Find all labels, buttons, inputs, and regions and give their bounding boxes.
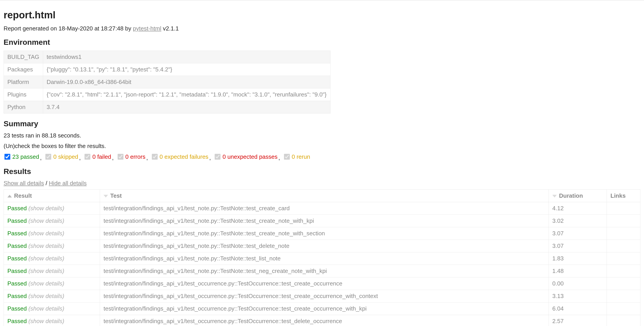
show-details-toggle[interactable]: (show details) [27,205,64,212]
col-header-links[interactable]: Links [607,190,640,202]
test-name-cell: test/integration/findings_api_v1/test_oc… [100,302,549,315]
filter-rerun: 0 rerun [283,153,310,160]
filter-rerun-checkbox [284,154,290,160]
environment-key: Platform [4,76,43,88]
pytest-html-link[interactable]: pytest-html [133,25,161,32]
environment-value: {"pluggy": "0.13.1", "py": "1.8.1", "pyt… [43,63,330,76]
environment-row: Python3.7.4 [4,101,330,113]
result-status: Passed [8,318,27,324]
environment-value: 3.7.4 [43,101,330,113]
result-cell: Passed (show details) [4,315,100,326]
filter-xpassed-label: 0 unexpected passes [222,153,278,160]
show-details-toggle[interactable]: (show details) [27,268,64,274]
results-detail-toggles: Show all details / Hide all details [4,180,640,187]
page-title: report.html [4,10,640,21]
summary-tests-ran: 23 tests ran in 88.18 seconds. [4,132,640,139]
show-details-toggle[interactable]: (show details) [27,230,64,237]
table-row: Passed (show details)test/integration/fi… [4,252,640,265]
result-status: Passed [8,280,27,287]
duration-cell: 2.57 [549,315,607,326]
summary-filters: 23 passed, 0 skipped, 0 failed, 0 errors… [4,153,640,161]
environment-row: Plugins{"cov": "2.8.1", "html": "2.1.1",… [4,88,330,101]
duration-cell: 4.12 [549,202,607,215]
show-details-toggle[interactable]: (show details) [27,242,64,249]
duration-cell: 3.07 [549,227,607,240]
show-details-toggle[interactable]: (show details) [27,293,64,299]
test-name-cell: test/integration/findings_api_v1/test_no… [100,215,549,227]
result-status: Passed [8,205,27,212]
environment-row: BUILD_TAGtestwindows1 [4,51,330,63]
environment-heading: Environment [4,38,640,47]
show-details-toggle[interactable]: (show details) [27,255,64,262]
report-at: at [93,25,101,32]
result-status: Passed [8,217,27,224]
summary-filter-hint: (Un)check the boxes to filter the result… [4,143,640,149]
filter-errors: 0 errors [117,153,146,160]
show-details-toggle[interactable]: (show details) [27,305,64,312]
result-cell: Passed (show details) [4,227,100,240]
links-cell [607,315,640,326]
result-status: Passed [8,242,27,249]
filter-failed-checkbox [84,154,90,160]
filter-failed: 0 failed [84,153,111,160]
hide-all-details-link[interactable]: Hide all details [49,180,86,187]
filter-passed-label: 23 passed [12,153,39,160]
environment-table: BUILD_TAGtestwindows1Packages{"pluggy": … [4,51,330,113]
show-all-details-link[interactable]: Show all details [4,180,44,187]
report-time: 18:27:48 [101,25,124,32]
environment-key: Packages [4,63,43,76]
result-status: Passed [8,293,27,299]
filter-skipped: 0 skipped [44,153,78,160]
filter-errors-label: 0 errors [126,153,146,160]
col-header-result[interactable]: Result [4,190,100,202]
filter-errors-checkbox [118,154,124,160]
results-separator: / [44,180,49,187]
links-cell [607,302,640,315]
result-cell: Passed (show details) [4,290,100,302]
report-by: by [124,25,133,32]
environment-value: testwindows1 [43,51,330,63]
test-name-cell: test/integration/findings_api_v1/test_no… [100,240,549,252]
test-name-cell: test/integration/findings_api_v1/test_no… [100,265,549,277]
summary-heading: Summary [4,119,640,128]
links-cell [607,290,640,302]
table-row: Passed (show details)test/integration/fi… [4,315,640,326]
results-table: Result Test Duration Links Passed (show … [4,190,640,326]
environment-value: Darwin-19.0.0-x86_64-i386-64bit [43,76,330,88]
table-row: Passed (show details)test/integration/fi… [4,215,640,227]
filter-xfailed-checkbox [152,154,158,160]
links-cell [607,277,640,290]
result-status: Passed [8,255,27,262]
result-cell: Passed (show details) [4,252,100,265]
duration-cell: 3.02 [549,215,607,227]
table-row: Passed (show details)test/integration/fi… [4,277,640,290]
filter-xpassed: 0 unexpected passes [214,153,278,160]
filter-passed[interactable]: 23 passed [4,153,39,160]
col-header-test[interactable]: Test [100,190,549,202]
filter-skipped-label: 0 skipped [53,153,78,160]
result-cell: Passed (show details) [4,215,100,227]
duration-cell: 1.48 [549,265,607,277]
duration-cell: 6.04 [549,302,607,315]
table-row: Passed (show details)test/integration/fi… [4,302,640,315]
filter-xfailed-label: 0 expected failures [160,153,208,160]
sort-asc-icon [8,195,12,198]
show-details-toggle[interactable]: (show details) [27,217,64,224]
filter-failed-label: 0 failed [92,153,111,160]
environment-value: {"cov": "2.8.1", "html": "2.1.1", "json-… [43,88,330,101]
filter-passed-checkbox[interactable] [4,154,10,160]
links-cell [607,265,640,277]
duration-cell: 3.13 [549,290,607,302]
environment-row: PlatformDarwin-19.0.0-x86_64-i386-64bit [4,76,330,88]
report-version: v2.1.1 [161,25,179,32]
col-header-duration[interactable]: Duration [549,190,607,202]
result-status: Passed [8,230,27,237]
table-row: Passed (show details)test/integration/fi… [4,265,640,277]
show-details-toggle[interactable]: (show details) [27,318,64,324]
result-status: Passed [8,268,27,274]
show-details-toggle[interactable]: (show details) [27,280,64,287]
environment-row: Packages{"pluggy": "0.13.1", "py": "1.8.… [4,63,330,76]
environment-key: Python [4,101,43,113]
test-name-cell: test/integration/findings_api_v1/test_no… [100,227,549,240]
environment-key: Plugins [4,88,43,101]
